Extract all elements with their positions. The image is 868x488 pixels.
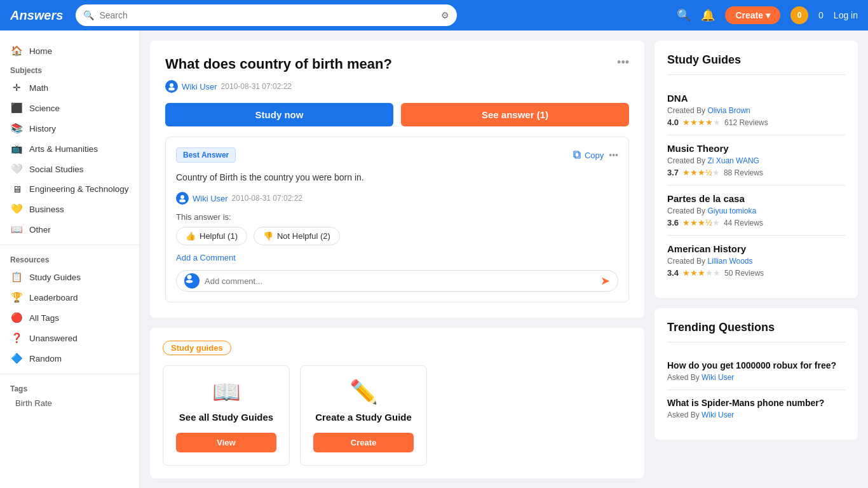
study-guide-item-american-history: American History Created By Lillian Wood… xyxy=(667,236,845,285)
question-title: What does country of birth mean? xyxy=(165,56,617,72)
sidebar-item-social-studies[interactable]: 🤍 Social Studies xyxy=(0,159,139,179)
search-input[interactable] xyxy=(99,10,436,20)
sidebar-item-home[interactable]: 🏠 Home xyxy=(0,41,139,61)
answer-user[interactable]: Wiki User xyxy=(193,194,228,203)
sidebar-divider-2 xyxy=(0,374,139,374)
create-study-guide-title: Create a Study Guide xyxy=(315,412,412,423)
see-all-study-guides-icon: 📖 xyxy=(212,379,241,405)
study-guide-item-partes: Partes de la casa Created By Giyuu tomio… xyxy=(667,186,845,236)
tag-birth-rate[interactable]: Birth Rate xyxy=(0,396,139,410)
see-answer-button[interactable]: See answer (1) xyxy=(401,103,629,126)
best-answer-badge: Best Answer xyxy=(176,147,236,163)
main-content: What does country of birth mean? ••• Wik… xyxy=(140,30,868,488)
view-study-guides-button[interactable]: View xyxy=(176,433,276,452)
add-comment-link[interactable]: Add a Comment xyxy=(176,253,618,262)
svg-rect-2 xyxy=(575,152,580,158)
tags-label: Tags xyxy=(0,379,139,396)
right-study-guides-card: Study Guides DNA Created By Olivia Brown… xyxy=(654,41,858,298)
sidebar-item-label: Math xyxy=(29,83,48,93)
sidebar-item-label: Home xyxy=(29,46,52,56)
notification-bell-icon[interactable]: 🔔 xyxy=(701,8,715,22)
sidebar-item-history[interactable]: 📚 History xyxy=(0,118,139,139)
study-now-button[interactable]: Study now xyxy=(165,103,393,126)
commenter-avatar xyxy=(184,273,200,288)
question-user[interactable]: Wiki User xyxy=(182,82,217,92)
more-options-icon[interactable]: ••• xyxy=(617,56,629,69)
sg-name[interactable]: Partes de la casa xyxy=(667,193,845,204)
sidebar-item-business[interactable]: 💛 Business xyxy=(0,199,139,219)
history-icon: 📚 xyxy=(10,123,23,134)
logo: Answers xyxy=(10,8,63,23)
stars: ★★★★★ xyxy=(682,118,721,127)
comment-input-row: ➤ xyxy=(176,270,618,292)
engineering-icon: 🖥 xyxy=(10,184,23,194)
question-date: 2010-08-31 07:02:22 xyxy=(221,82,292,91)
login-button[interactable]: Log in xyxy=(834,10,858,20)
right-sidebar: Study Guides DNA Created By Olivia Brown… xyxy=(654,41,858,478)
sidebar-item-math[interactable]: ✛ Math xyxy=(0,78,139,98)
comment-input[interactable] xyxy=(205,276,595,286)
not-helpful-button[interactable]: 👎 Not Helpful (2) xyxy=(254,227,340,245)
sidebar-item-label: Random xyxy=(29,354,62,363)
sg-creator: Created By Lillian Woods xyxy=(667,257,845,266)
trending-item-0: How do you get 1000000 robux for free? A… xyxy=(667,353,845,390)
study-guides-card: Study guides 📖 See all Study Guides View… xyxy=(150,328,644,478)
sg-creator: Created By Olivia Brown xyxy=(667,106,845,115)
page-wrapper: 🏠 Home Subjects ✛ Math ⬛ Science 📚 Histo… xyxy=(0,30,868,488)
answer-header: Best Answer Copy ••• xyxy=(176,147,618,163)
home-icon: 🏠 xyxy=(10,45,23,57)
sg-name[interactable]: DNA xyxy=(667,93,845,104)
search-bar[interactable]: 🔍 ⚙ xyxy=(76,4,457,26)
sidebar-item-label: Arts & Humanities xyxy=(29,144,98,154)
answer-more-icon[interactable]: ••• xyxy=(609,150,618,160)
sidebar-item-leaderboard[interactable]: 🏆 Leaderboard xyxy=(0,287,139,308)
sidebar-item-random[interactable]: 🔷 Random xyxy=(0,348,139,369)
other-icon: 📖 xyxy=(10,224,23,235)
sidebar-item-science[interactable]: ⬛ Science xyxy=(0,98,139,118)
sg-name[interactable]: Music Theory xyxy=(667,143,845,154)
answer-text: Country of Birth is the country you were… xyxy=(176,170,618,184)
all-tags-icon: 🔴 xyxy=(10,312,23,323)
svg-point-5 xyxy=(179,200,186,203)
sidebar-item-label: Social Studies xyxy=(29,165,84,174)
vote-buttons: 👍 Helpful (1) 👎 Not Helpful (2) xyxy=(176,227,618,245)
question-user-avatar xyxy=(165,80,178,93)
send-comment-button[interactable]: ➤ xyxy=(600,274,610,288)
trending-meta: Asked By Wiki User xyxy=(667,410,845,419)
sidebar-item-arts-humanities[interactable]: 📺 Arts & Humanities xyxy=(0,139,139,159)
create-button[interactable]: Create ▾ xyxy=(725,6,780,24)
header-search-icon[interactable]: 🔍 xyxy=(677,8,691,22)
question-meta: Wiki User 2010-08-31 07:02:22 xyxy=(165,80,629,93)
create-study-guide-button[interactable]: Create xyxy=(313,433,414,452)
thumbs-up-icon: 👍 xyxy=(186,231,196,241)
trending-item-1: What is Spider-Mans phone number? Asked … xyxy=(667,390,845,427)
sidebar-item-label: History xyxy=(29,124,56,133)
study-guides-grid: 📖 See all Study Guides View ✏️ Create a … xyxy=(163,365,632,466)
copy-button[interactable]: Copy xyxy=(573,151,604,160)
sg-rating-row: 3.4 ★★★★★ 50 Reviews xyxy=(667,268,845,278)
trending-question[interactable]: How do you get 1000000 robux for free? xyxy=(667,360,845,370)
resources-label: Resources xyxy=(0,250,139,267)
sidebar-item-other[interactable]: 📖 Other xyxy=(0,219,139,240)
filter-icon[interactable]: ⚙ xyxy=(441,10,449,20)
avatar: 0 xyxy=(790,6,808,24)
create-study-guide-box: ✏️ Create a Study Guide Create xyxy=(300,365,427,466)
leaderboard-icon: 🏆 xyxy=(10,292,23,303)
sidebar-item-study-guides[interactable]: 📋 Study Guides xyxy=(0,267,139,287)
trending-question[interactable]: What is Spider-Mans phone number? xyxy=(667,398,845,408)
sg-name[interactable]: American History xyxy=(667,243,845,254)
arts-icon: 📺 xyxy=(10,143,23,154)
helpful-button[interactable]: 👍 Helpful (1) xyxy=(176,227,247,245)
action-buttons: Study now See answer (1) xyxy=(165,103,629,126)
study-guides-tag: Study guides xyxy=(163,341,231,355)
trending-questions-card: Trending Questions How do you get 100000… xyxy=(654,308,858,440)
sidebar-item-unanswered[interactable]: ❓ Unanswered xyxy=(0,328,139,348)
random-icon: 🔷 xyxy=(10,353,23,364)
business-icon: 💛 xyxy=(10,203,23,215)
social-studies-icon: 🤍 xyxy=(10,163,23,175)
question-header: What does country of birth mean? ••• xyxy=(165,56,629,72)
sidebar-divider xyxy=(0,245,139,245)
sidebar-item-engineering-technology[interactable]: 🖥 Engineering & Technology xyxy=(0,179,139,199)
sg-rating-row: 4.0 ★★★★★ 612 Reviews xyxy=(667,118,845,127)
sidebar-item-all-tags[interactable]: 🔴 All Tags xyxy=(0,308,139,328)
